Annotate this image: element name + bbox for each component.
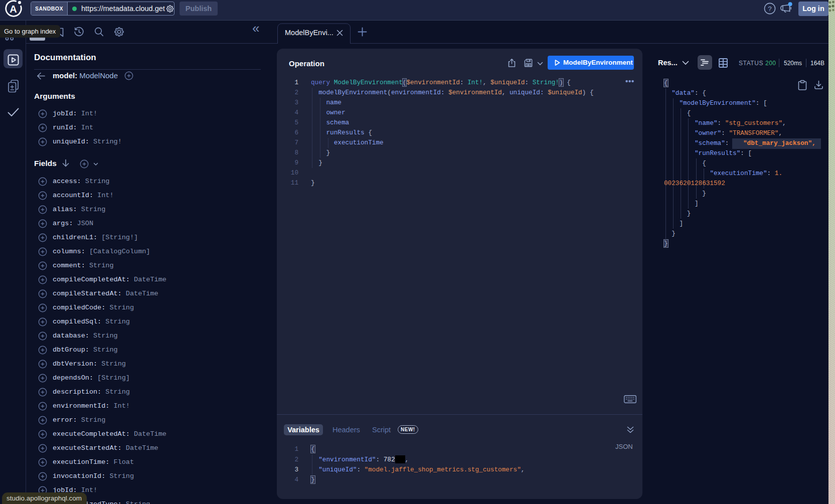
svg-text:A: A bbox=[10, 4, 17, 15]
svg-text:?: ? bbox=[768, 5, 772, 13]
